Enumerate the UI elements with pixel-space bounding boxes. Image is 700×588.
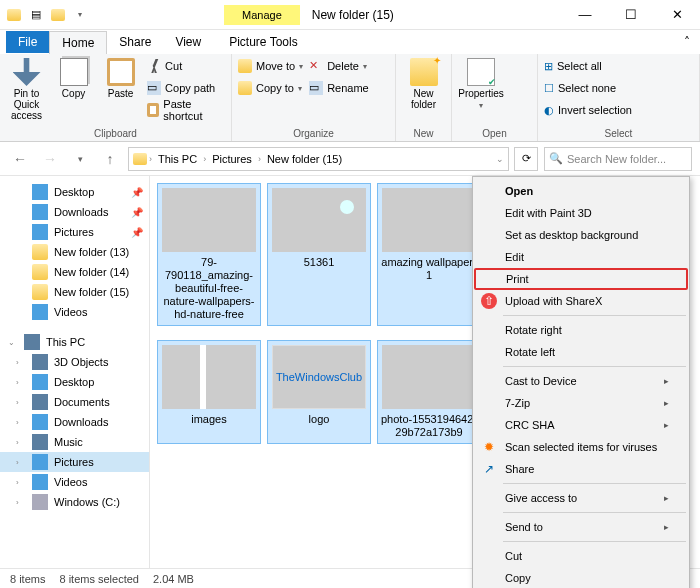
ribbon: Pin to Quick access Copy Paste Cut ▭Copy… bbox=[0, 54, 700, 142]
ctx-cast-to-device[interactable]: Cast to Device▸ bbox=[475, 370, 687, 392]
breadcrumb-this-pc[interactable]: This PC bbox=[154, 153, 201, 165]
ctx-set-background[interactable]: Set as desktop background bbox=[475, 224, 687, 246]
pin-to-quick-access-button[interactable]: Pin to Quick access bbox=[6, 56, 47, 123]
nav-documents[interactable]: ›Documents bbox=[0, 392, 149, 412]
ctx-copy[interactable]: Copy bbox=[475, 567, 687, 588]
search-input[interactable]: 🔍 Search New folder... bbox=[544, 147, 692, 171]
delete-button[interactable]: ✕Delete ▾ bbox=[309, 56, 369, 76]
contextual-tab-manage[interactable]: Manage bbox=[224, 5, 300, 25]
ctx-cut[interactable]: Cut bbox=[475, 545, 687, 567]
group-label: Organize bbox=[238, 126, 389, 141]
file-item[interactable]: TheWindowsClublogo bbox=[268, 341, 370, 443]
nav-videos-2[interactable]: ›Videos bbox=[0, 472, 149, 492]
desktop-icon bbox=[32, 184, 48, 200]
nav-windows-c[interactable]: ›Windows (C:) bbox=[0, 492, 149, 512]
maximize-button[interactable]: ☐ bbox=[608, 0, 654, 30]
up-button[interactable]: ↑ bbox=[98, 147, 122, 171]
nav-3d-objects[interactable]: ›3D Objects bbox=[0, 352, 149, 372]
copy-button[interactable]: Copy bbox=[53, 56, 94, 101]
thumbnail-icon: TheWindowsClub bbox=[272, 345, 366, 409]
ctx-rotate-right[interactable]: Rotate right bbox=[475, 319, 687, 341]
copy-path-button[interactable]: ▭Copy path bbox=[147, 78, 225, 98]
properties-button[interactable]: Properties ▾ bbox=[458, 56, 504, 112]
refresh-button[interactable]: ⟳ bbox=[514, 147, 538, 171]
tab-home[interactable]: Home bbox=[49, 31, 107, 54]
paste-button[interactable]: Paste bbox=[100, 56, 141, 101]
ctx-upload-sharex[interactable]: ⇧Upload with ShareX bbox=[475, 290, 687, 312]
copy-path-icon: ▭ bbox=[147, 81, 161, 95]
tab-share[interactable]: Share bbox=[107, 31, 163, 53]
group-label: Select bbox=[544, 126, 693, 141]
file-item[interactable]: images bbox=[158, 341, 260, 443]
file-item[interactable]: amazing wallpaper-1 bbox=[378, 184, 480, 325]
rename-button[interactable]: ▭Rename bbox=[309, 78, 369, 98]
ctx-give-access[interactable]: Give access to▸ bbox=[475, 487, 687, 509]
ctx-share[interactable]: ↗Share bbox=[475, 458, 687, 480]
separator bbox=[503, 512, 686, 513]
ctx-edit[interactable]: Edit bbox=[475, 246, 687, 268]
collapse-ribbon-icon[interactable]: ˄ bbox=[684, 35, 690, 49]
nav-downloads-2[interactable]: ›Downloads bbox=[0, 412, 149, 432]
cut-button[interactable]: Cut bbox=[147, 56, 225, 76]
minimize-button[interactable]: — bbox=[562, 0, 608, 30]
thumbnail-icon bbox=[382, 345, 476, 409]
select-all-button[interactable]: ⊞Select all bbox=[544, 56, 632, 76]
nav-newfolder15[interactable]: New folder (15) bbox=[0, 282, 149, 302]
nav-newfolder14[interactable]: New folder (14) bbox=[0, 262, 149, 282]
properties-icon bbox=[467, 58, 495, 86]
breadcrumb[interactable]: › This PC › Pictures › New folder (15) ⌄ bbox=[128, 147, 509, 171]
back-button[interactable]: ← bbox=[8, 147, 32, 171]
tab-file[interactable]: File bbox=[6, 31, 49, 53]
nav-videos[interactable]: Videos bbox=[0, 302, 149, 322]
recent-locations-button[interactable]: ▾ bbox=[68, 147, 92, 171]
tab-view[interactable]: View bbox=[163, 31, 213, 53]
copy-to-button[interactable]: Copy to ▾ bbox=[238, 78, 303, 98]
ctx-7zip[interactable]: 7-Zip▸ bbox=[475, 392, 687, 414]
ctx-edit-paint3d[interactable]: Edit with Paint 3D bbox=[475, 202, 687, 224]
properties-icon[interactable]: ▤ bbox=[28, 7, 44, 23]
ctx-crc-sha[interactable]: CRC SHA▸ bbox=[475, 414, 687, 436]
breadcrumb-pictures[interactable]: Pictures bbox=[208, 153, 256, 165]
chevron-down-icon[interactable]: ⌄ bbox=[496, 154, 504, 164]
status-item-count: 8 items bbox=[10, 573, 45, 585]
pictures-icon bbox=[32, 224, 48, 240]
nav-desktop-2[interactable]: ›Desktop bbox=[0, 372, 149, 392]
chevron-right-icon[interactable]: › bbox=[203, 154, 206, 164]
nav-desktop[interactable]: Desktop📌 bbox=[0, 182, 149, 202]
separator bbox=[503, 541, 686, 542]
breadcrumb-folder[interactable]: New folder (15) bbox=[263, 153, 346, 165]
nav-newfolder13[interactable]: New folder (13) bbox=[0, 242, 149, 262]
new-folder-button[interactable]: New folder bbox=[402, 56, 445, 112]
close-button[interactable]: ✕ bbox=[654, 0, 700, 30]
chevron-right-icon[interactable]: › bbox=[149, 154, 152, 164]
new-folder-icon[interactable] bbox=[50, 7, 66, 23]
ctx-rotate-left[interactable]: Rotate left bbox=[475, 341, 687, 363]
ctx-scan-virus[interactable]: ✹Scan selected items for viruses bbox=[475, 436, 687, 458]
file-item[interactable]: 51361 bbox=[268, 184, 370, 325]
nav-downloads[interactable]: Downloads📌 bbox=[0, 202, 149, 222]
ctx-send-to[interactable]: Send to▸ bbox=[475, 516, 687, 538]
drive-icon bbox=[32, 494, 48, 510]
thumbnail-icon bbox=[272, 188, 366, 252]
tab-picture-tools[interactable]: Picture Tools bbox=[217, 31, 309, 53]
new-folder-icon bbox=[410, 58, 438, 86]
ctx-print[interactable]: Print bbox=[474, 268, 688, 290]
paste-shortcut-button[interactable]: Paste shortcut bbox=[147, 100, 225, 120]
paste-shortcut-icon bbox=[147, 103, 159, 117]
nav-pictures[interactable]: Pictures📌 bbox=[0, 222, 149, 242]
nav-this-pc[interactable]: ⌄This PC bbox=[0, 332, 149, 352]
nav-pictures-2[interactable]: ›Pictures bbox=[0, 452, 149, 472]
file-item[interactable]: 79-790118_amazing-beautiful-free-nature-… bbox=[158, 184, 260, 325]
status-size: 2.04 MB bbox=[153, 573, 194, 585]
quick-access-toolbar: ▤ ▾ bbox=[0, 7, 94, 23]
chevron-right-icon[interactable]: › bbox=[258, 154, 261, 164]
nav-music[interactable]: ›Music bbox=[0, 432, 149, 452]
forward-button[interactable]: → bbox=[38, 147, 62, 171]
qat-dropdown-icon[interactable]: ▾ bbox=[72, 7, 88, 23]
move-to-button[interactable]: Move to ▾ bbox=[238, 56, 303, 76]
invert-selection-button[interactable]: ◐Invert selection bbox=[544, 100, 632, 120]
file-item[interactable]: photo-1553194642-29b72a173b9 bbox=[378, 341, 480, 443]
pin-icon: 📌 bbox=[131, 207, 143, 218]
ctx-open[interactable]: Open bbox=[475, 180, 687, 202]
select-none-button[interactable]: ☐Select none bbox=[544, 78, 632, 98]
